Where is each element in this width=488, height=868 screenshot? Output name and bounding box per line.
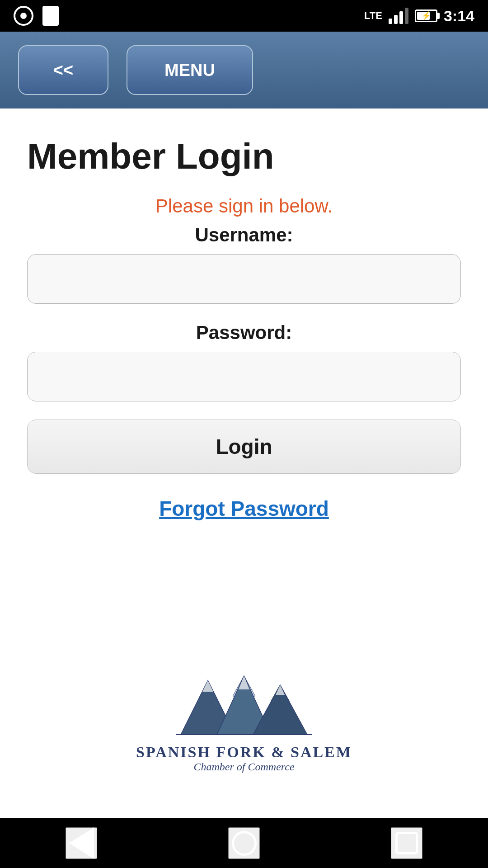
page-title: Member Login — [27, 136, 274, 177]
status-bar: LTE ⚡ 3:14 — [0, 0, 488, 32]
status-right-icons: LTE ⚡ 3:14 — [364, 7, 474, 25]
username-input[interactable] — [27, 254, 461, 304]
svg-marker-7 — [202, 680, 213, 692]
status-left-icons — [14, 6, 59, 26]
login-button[interactable]: Login — [27, 420, 461, 474]
sd-card-icon — [42, 6, 59, 26]
password-input[interactable] — [27, 352, 461, 401]
sign-in-prompt: Please sign in below. — [155, 195, 333, 217]
nav-bar: << MENU — [0, 32, 488, 108]
logo-text-spanish: Spanish Fork & Salem — [136, 744, 352, 761]
logo-container: Spanish Fork & Salem Chamber of Commerce — [136, 671, 352, 773]
recent-nav-button[interactable] — [391, 827, 422, 859]
password-label: Password: — [196, 322, 292, 344]
back-triangle-icon — [69, 827, 94, 859]
svg-marker-9 — [276, 685, 285, 695]
logo-area: Spanish Fork & Salem Chamber of Commerce — [136, 671, 352, 800]
main-content: Member Login Please sign in below. Usern… — [0, 108, 488, 818]
back-button[interactable]: << — [18, 45, 108, 95]
back-nav-button[interactable] — [66, 827, 97, 859]
forgot-password-link[interactable]: Forgot Password — [159, 496, 329, 521]
lte-label: LTE — [364, 10, 382, 22]
recent-square-icon — [395, 832, 418, 854]
mountain-logo-icon — [163, 671, 325, 744]
home-nav-button[interactable] — [228, 827, 260, 859]
battery-icon: ⚡ — [415, 9, 437, 22]
signal-bars — [389, 8, 408, 24]
bottom-nav — [0, 818, 488, 868]
circle-icon — [14, 6, 33, 26]
home-circle-icon — [232, 831, 257, 856]
clock: 3:14 — [444, 7, 474, 25]
username-label: Username: — [195, 224, 293, 246]
menu-button[interactable]: MENU — [127, 45, 253, 95]
logo-text-chamber: Chamber of Commerce — [193, 761, 294, 773]
